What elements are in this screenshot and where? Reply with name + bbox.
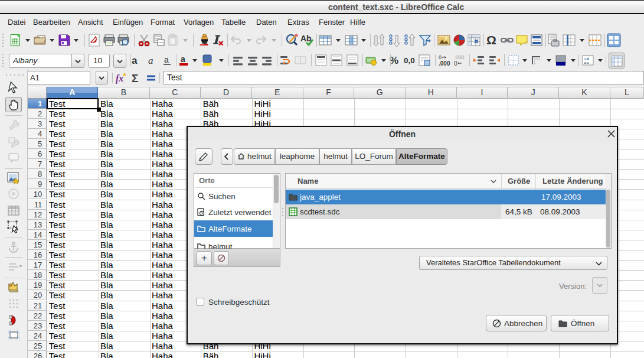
- svg-text:%: %: [390, 55, 398, 66]
- svg-text:0: 0: [439, 54, 442, 60]
- svg-text:★: ★: [122, 71, 127, 77]
- svg-text:.000: .000: [439, 60, 450, 67]
- svg-text:Ω: Ω: [486, 33, 496, 47]
- svg-text:Ab: Ab: [300, 34, 312, 43]
- svg-text:a: a: [164, 55, 169, 64]
- svg-text:a: a: [181, 54, 185, 64]
- svg-text:=>: =>: [584, 60, 590, 66]
- svg-text:0: 0: [454, 60, 457, 67]
- svg-text:a: a: [148, 55, 153, 66]
- svg-text:.000: .000: [454, 54, 465, 60]
- svg-text:a: a: [132, 55, 138, 66]
- svg-text:0,0: 0,0: [404, 56, 415, 65]
- svg-text:Σ: Σ: [132, 72, 138, 84]
